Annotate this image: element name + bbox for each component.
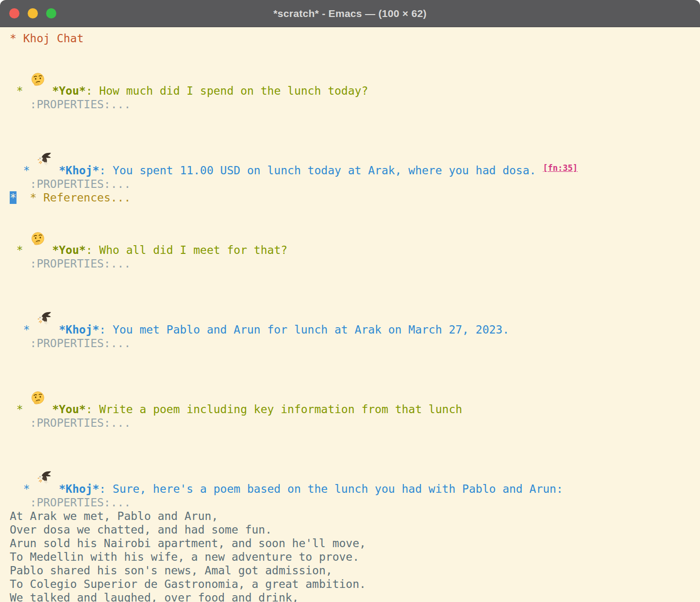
properties-drawer[interactable]: :PROPERTIES:...: [10, 257, 131, 270]
khoj-label: *Khoj*: [59, 483, 99, 495]
body-text: To Medellin with his wife, a new adventu…: [10, 551, 359, 563]
buffer-line: [10, 350, 700, 364]
you-message-text: *: [10, 244, 30, 256]
buffer-line: :PROPERTIES:...: [10, 257, 700, 270]
properties-drawer[interactable]: :PROPERTIES:...: [10, 98, 131, 111]
buffer-line: :PROPERTIES:...: [10, 416, 700, 430]
references-heading[interactable]: * References...: [30, 191, 131, 204]
khoj-message-text: : Sure, here's a poem based on the lunch…: [99, 483, 563, 495]
titlebar[interactable]: *scratch* - Emacs — (100 × 62): [0, 0, 700, 27]
buffer-line: :PROPERTIES:...: [10, 336, 700, 350]
emacs-window: *scratch* - Emacs — (100 × 62) * Khoj Ch…: [0, 0, 700, 602]
buffer-line: * *You*: Who all did I meet for that?: [10, 204, 700, 257]
khoj-message-text: *: [10, 323, 36, 336]
eagle-icon: [37, 284, 51, 299]
you-label: *You*: [52, 244, 85, 256]
buffer-line: * *You*: How much did I spend on the lun…: [10, 45, 700, 98]
footnote-link[interactable]: [fn:35]: [543, 163, 578, 173]
khoj-label: *Khoj*: [59, 164, 99, 177]
text: [17, 191, 30, 204]
thinking-face-icon: [31, 45, 45, 60]
eagle-icon: [37, 125, 51, 139]
khoj-message-text: : You spent 11.00 USD on lunch today at …: [99, 164, 543, 177]
buffer-line: Pablo shared his son's news, Amal got ad…: [10, 564, 700, 577]
you-message-text: [46, 244, 52, 256]
thinking-face-icon: [31, 204, 45, 219]
body-text: Pablo shared his son's news, Amal got ad…: [10, 564, 333, 577]
buffer-line: :PROPERTIES:...: [10, 177, 700, 191]
buffer-line: * *Khoj*: Sure, here's a poem based on t…: [10, 443, 700, 496]
window-title: *scratch* - Emacs — (100 × 62): [273, 8, 426, 19]
khoj-message-text: *: [10, 164, 36, 177]
properties-drawer[interactable]: :PROPERTIES:...: [10, 178, 131, 190]
body-text: We talked and laughed, over food and dri…: [10, 591, 299, 602]
buffer-line: [10, 270, 700, 284]
khoj-message-text: *: [10, 483, 36, 495]
org-heading[interactable]: * Khoj Chat: [10, 32, 83, 45]
you-message-text: *: [10, 84, 30, 97]
khoj-message-text: [52, 483, 59, 495]
buffer-line: We talked and laughed, over food and dri…: [10, 591, 700, 602]
you-label: *You*: [52, 403, 85, 416]
body-text: Arun sold his Nairobi apartment, and soo…: [10, 537, 366, 550]
you-message-text: : Who all did I meet for that?: [86, 244, 287, 256]
thinking-face-icon: [31, 364, 45, 378]
buffer-line: * *You*: Write a poem including key info…: [10, 364, 700, 416]
buffer-line: Arun sold his Nairobi apartment, and soo…: [10, 536, 700, 550]
scratch-buffer[interactable]: * Khoj Chat * *You*: How much did I spen…: [0, 27, 700, 602]
buffer-line: At Arak we met, Pablo and Arun,: [10, 509, 700, 523]
khoj-label: *Khoj*: [59, 323, 99, 336]
buffer-line: * *Khoj*: You spent 11.00 USD on lunch t…: [10, 125, 700, 177]
fullscreen-button[interactable]: [46, 8, 56, 18]
properties-drawer[interactable]: :PROPERTIES:...: [10, 417, 131, 429]
buffer-line: * * References...: [10, 191, 700, 204]
buffer-line: :PROPERTIES:...: [10, 496, 700, 509]
body-text: Over dosa we chatted, and had some fun.: [10, 523, 272, 536]
you-label: *You*: [52, 84, 85, 97]
close-button[interactable]: [9, 8, 19, 18]
buffer-line: To Colegio Superior de Gastronomia, a gr…: [10, 577, 700, 591]
khoj-message-text: [52, 164, 59, 177]
you-message-text: : Write a poem including key information…: [86, 403, 462, 416]
cursor: *: [10, 191, 17, 204]
buffer-line: :PROPERTIES:...: [10, 98, 700, 111]
buffer-line: [10, 430, 700, 443]
buffer-line: * *Khoj*: You met Pablo and Arun for lun…: [10, 284, 700, 336]
buffer-line: [10, 111, 700, 125]
buffer-line: To Medellin with his wife, a new adventu…: [10, 550, 700, 564]
khoj-message-text: : You met Pablo and Arun for lunch at Ar…: [99, 323, 509, 336]
buffer-line: Over dosa we chatted, and had some fun.: [10, 523, 700, 536]
body-text: At Arak we met, Pablo and Arun,: [10, 510, 218, 522]
buffer-line: * Khoj Chat: [10, 32, 700, 45]
you-message-text: [46, 403, 52, 416]
minimize-button[interactable]: [28, 8, 38, 18]
properties-drawer[interactable]: :PROPERTIES:...: [10, 337, 131, 350]
properties-drawer[interactable]: :PROPERTIES:...: [10, 496, 131, 509]
window-controls: [9, 0, 56, 27]
eagle-icon: [37, 443, 51, 458]
body-text: To Colegio Superior de Gastronomia, a gr…: [10, 578, 366, 590]
you-message-text: *: [10, 403, 30, 416]
you-message-text: : How much did I spend on the lunch toda…: [86, 84, 368, 97]
khoj-message-text: [52, 323, 59, 336]
you-message-text: [46, 84, 52, 97]
